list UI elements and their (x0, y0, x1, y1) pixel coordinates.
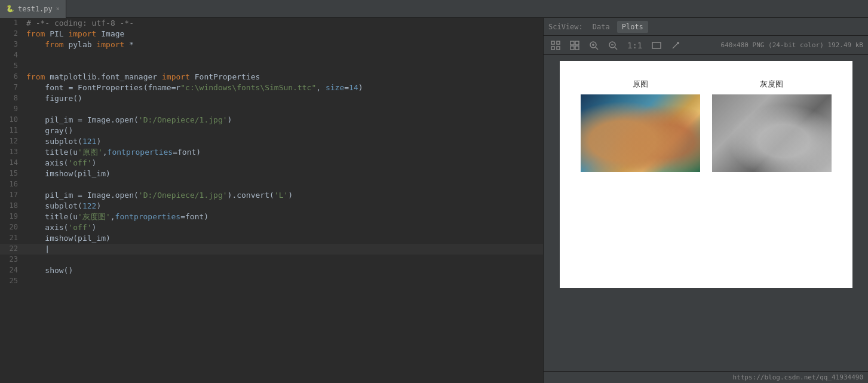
token: subplot( (26, 201, 82, 210)
token: pil_im = Image.open( (26, 115, 139, 124)
token: , (103, 148, 108, 157)
code-line-22: 22 | (0, 244, 543, 255)
line-number-2: 2 (0, 29, 24, 39)
fit-all-button[interactable] (548, 39, 563, 51)
line-content-7: font = FontProperties(fname=r"c:\windows… (24, 82, 543, 93)
line-content-1: # -*- coding: utf-8 -*- (24, 18, 543, 29)
code-line-3: 3 from pylab import * (0, 39, 543, 50)
line-content-24: show() (24, 265, 543, 276)
token: '灰度图' (78, 212, 111, 221)
fit-window-button[interactable] (649, 39, 664, 51)
line-content-4 (24, 50, 543, 61)
original-image (581, 94, 700, 172)
image-info: 640×480 PNG (24-bit color) 192.49 kB (721, 41, 863, 49)
token: title(u (26, 212, 78, 221)
line-content-21: imshow(pil_im) (24, 233, 543, 244)
code-line-7: 7 font = FontProperties(fname=r"c:\windo… (0, 82, 543, 93)
line-content-25 (24, 276, 543, 287)
token: 'D:/Onepiece/1.jpg' (139, 115, 228, 124)
sciview-tabs-bar: SciView: Data Plots (544, 18, 868, 36)
token: ).convert( (228, 191, 274, 200)
token: , (316, 83, 326, 92)
line-number-3: 3 (0, 39, 24, 50)
main-layout: 1# -*- coding: utf-8 -*-2from PIL import… (0, 18, 868, 383)
tab-bar: 🐍 test1.py × (0, 0, 868, 18)
code-line-12: 12 subplot(121) (0, 136, 543, 147)
token: , (111, 212, 115, 221)
token: axis( (26, 223, 68, 232)
code-line-8: 8 figure() (0, 93, 543, 104)
code-editor[interactable]: 1# -*- coding: utf-8 -*-2from PIL import… (0, 18, 544, 383)
token: | (26, 244, 50, 253)
token: ) (92, 158, 97, 167)
line-content-22: | (24, 244, 543, 255)
line-number-16: 16 (0, 179, 24, 190)
tab-data[interactable]: Data (588, 21, 615, 33)
token: from (26, 72, 45, 81)
svg-rect-3 (557, 47, 560, 50)
original-image-col: 原图 (581, 79, 700, 172)
line-number-22: 22 (0, 244, 24, 255)
tab-plots[interactable]: Plots (617, 21, 648, 33)
line-number-20: 20 (0, 222, 24, 233)
code-line-25: 25 (0, 276, 543, 287)
line-content-14: axis('off') (24, 158, 543, 168)
line-number-9: 9 (0, 104, 24, 115)
token: "c:\windows\fonts\SimSun.ttc" (180, 83, 316, 92)
line-content-19: title(u'灰度图',fontproperties=font) (24, 212, 543, 222)
svg-line-16 (673, 44, 677, 48)
token: axis( (26, 158, 68, 167)
svg-rect-15 (652, 42, 661, 48)
line-content-8: figure() (24, 93, 543, 104)
token: ) (228, 115, 232, 124)
code-line-14: 14 axis('off') (0, 158, 543, 168)
line-content-3: from pylab import * (24, 39, 543, 50)
code-line-19: 19 title(u'灰度图',fontproperties=font) (0, 212, 543, 222)
line-number-4: 4 (0, 50, 24, 61)
token: import (96, 40, 124, 49)
token: ) (92, 223, 97, 232)
sciview-content: 原图 灰度图 (544, 55, 868, 371)
line-number-17: 17 (0, 190, 24, 201)
code-line-21: 21 imshow(pil_im) (0, 233, 543, 244)
token: PIL (45, 29, 68, 38)
zoom-in-button[interactable] (587, 39, 601, 51)
line-content-10: pil_im = Image.open('D:/Onepiece/1.jpg') (24, 115, 543, 125)
line-number-21: 21 (0, 233, 24, 244)
code-line-9: 9 (0, 104, 543, 115)
line-content-12: subplot(121) (24, 136, 543, 147)
svg-rect-7 (575, 46, 579, 50)
original-title: 原图 (633, 79, 648, 90)
line-number-12: 12 (0, 136, 24, 147)
python-icon: 🐍 (6, 5, 14, 13)
token: show() (26, 266, 73, 275)
token: Image (96, 29, 124, 38)
close-tab-button[interactable]: × (56, 5, 60, 12)
line-number-14: 14 (0, 158, 24, 168)
grid-button[interactable] (568, 39, 582, 51)
token: ) (96, 201, 101, 210)
code-table: 1# -*- coding: utf-8 -*-2from PIL import… (0, 18, 543, 287)
sciview-footer: https://blog.csdn.net/qq_41934490 (544, 371, 868, 383)
footer-link: https://blog.csdn.net/qq_41934490 (732, 373, 863, 381)
actual-size-button[interactable]: 1:1 (625, 39, 645, 51)
line-content-23 (24, 255, 543, 265)
color-picker-button[interactable] (668, 39, 683, 51)
line-number-6: 6 (0, 72, 24, 82)
line-number-25: 25 (0, 276, 24, 287)
zoom-out-button[interactable] (606, 39, 620, 51)
line-number-11: 11 (0, 125, 24, 136)
token: 'D:/Onepiece/1.jpg' (139, 191, 228, 200)
line-content-6: from matplotlib.font_manager import Font… (24, 72, 543, 82)
line-content-2: from PIL import Image (24, 29, 543, 39)
code-line-24: 24 show() (0, 265, 543, 276)
svg-rect-1 (557, 41, 560, 44)
line-content-20: axis('off') (24, 222, 543, 233)
line-number-13: 13 (0, 147, 24, 158)
line-number-19: 19 (0, 212, 24, 222)
token: '原图' (78, 148, 103, 157)
line-content-17: pil_im = Image.open('D:/Onepiece/1.jpg')… (24, 190, 543, 201)
tab-filename: test1.py (18, 5, 53, 13)
file-tab[interactable]: 🐍 test1.py × (0, 0, 66, 18)
token: fontproperties (115, 212, 181, 221)
